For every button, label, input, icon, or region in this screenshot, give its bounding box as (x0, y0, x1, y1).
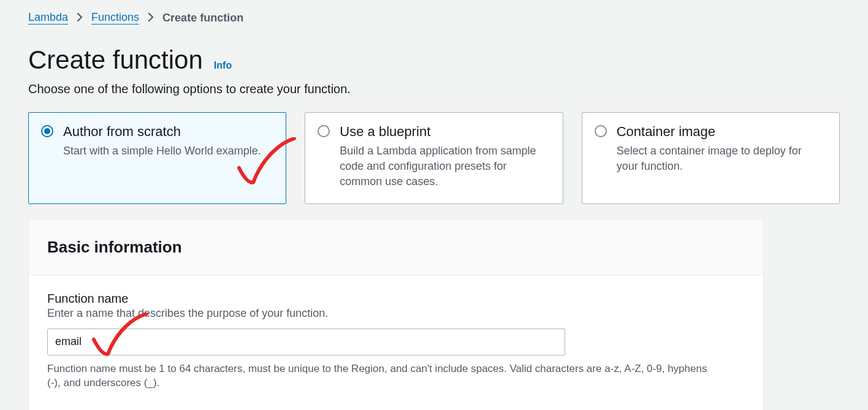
option-title: Use a blueprint (340, 124, 549, 140)
page-subtitle: Choose one of the following options to c… (28, 82, 840, 96)
breadcrumb: Lambda Functions Create function (28, 11, 840, 25)
function-name-label: Function name (47, 292, 745, 306)
function-name-input[interactable] (47, 328, 565, 355)
option-desc: Start with a simple Hello World example. (63, 143, 272, 159)
info-link[interactable]: Info (214, 60, 232, 71)
option-desc: Select a container image to deploy for y… (617, 143, 826, 174)
option-use-blueprint[interactable]: Use a blueprint Build a Lambda applicati… (305, 112, 563, 204)
page-title: Create function (28, 45, 203, 75)
radio-icon (318, 125, 330, 137)
radio-icon (595, 125, 607, 137)
function-name-constraint: Function name must be 1 to 64 characters… (47, 362, 721, 391)
option-author-from-scratch[interactable]: Author from scratch Start with a simple … (28, 112, 286, 204)
creation-options: Author from scratch Start with a simple … (28, 112, 840, 204)
chevron-right-icon (77, 12, 83, 25)
basic-information-panel: Basic information Function name Enter a … (28, 219, 764, 410)
radio-icon (41, 125, 53, 137)
breadcrumb-lambda[interactable]: Lambda (28, 11, 68, 25)
breadcrumb-functions[interactable]: Functions (91, 11, 139, 25)
chevron-right-icon (148, 12, 154, 25)
function-name-hint: Enter a name that describes the purpose … (47, 307, 745, 320)
panel-title: Basic information (47, 238, 745, 257)
option-container-image[interactable]: Container image Select a container image… (582, 112, 840, 204)
option-desc: Build a Lambda application from sample c… (340, 143, 549, 190)
option-title: Author from scratch (63, 124, 272, 140)
option-title: Container image (617, 124, 826, 140)
breadcrumb-current: Create function (162, 12, 243, 25)
